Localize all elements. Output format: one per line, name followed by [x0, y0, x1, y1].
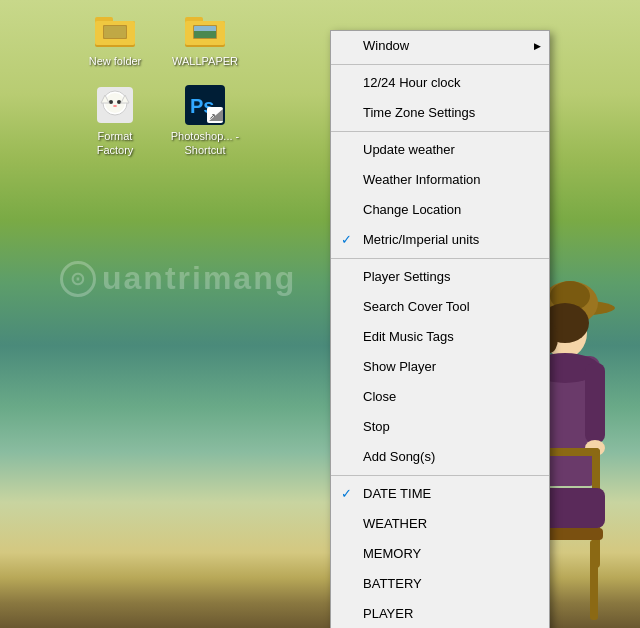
menu-item-weather[interactable]: WEATHER: [331, 509, 549, 539]
desktop: ⊙ uantrimang New folder: [0, 0, 640, 628]
menu-item-battery[interactable]: BATTERY: [331, 569, 549, 599]
menu-item-show-player[interactable]: Show Player: [331, 352, 549, 382]
menu-item-weather-label: WEATHER: [363, 513, 427, 535]
menu-item-time-zone-settings[interactable]: Time Zone Settings: [331, 98, 549, 128]
menu-item-add-songs-label: Add Song(s): [363, 446, 435, 468]
watermark-icon: ⊙: [60, 261, 96, 297]
menu-item-metric-label: Metric/Imperial units: [363, 229, 479, 251]
menu-item-close-player-label: Close: [363, 386, 396, 408]
desktop-icon-photoshop-label: Photoshop... - Shortcut: [170, 129, 240, 158]
menu-item-search-cover-tool[interactable]: Search Cover Tool: [331, 292, 549, 322]
menu-item-change-location-label: Change Location: [363, 199, 461, 221]
svg-point-16: [113, 105, 117, 107]
menu-item-weather-info-label: Weather Information: [363, 169, 481, 191]
menu-item-stop[interactable]: Stop: [331, 412, 549, 442]
menu-item-add-songs[interactable]: Add Song(s): [331, 442, 549, 472]
menu-item-metric-imperial[interactable]: Metric/Imperial units: [331, 225, 549, 255]
folder-icon-wallpaper: [185, 10, 225, 50]
menu-item-show-player-label: Show Player: [363, 356, 436, 378]
menu-separator-1: [331, 131, 549, 132]
svg-rect-42: [590, 540, 598, 620]
svg-rect-10: [194, 31, 216, 38]
desktop-icon-photoshop[interactable]: Ps ↗ Photoshop... - Shortcut: [170, 85, 240, 158]
menu-item-update-weather-label: Update weather: [363, 139, 455, 161]
folder-icon-new-folder: [95, 10, 135, 50]
svg-rect-33: [585, 363, 605, 443]
menu-item-12-24-hour-clock[interactable]: 12/24 Hour clock: [331, 68, 549, 98]
svg-text:↗: ↗: [209, 112, 216, 121]
menu-item-timezone-label: Time Zone Settings: [363, 102, 475, 124]
menu-item-change-location[interactable]: Change Location: [331, 195, 549, 225]
menu-item-edit-music-tags[interactable]: Edit Music Tags: [331, 322, 549, 352]
desktop-icon-wallpaper-label: WALLPAPER: [172, 54, 238, 68]
menu-item-edit-music-label: Edit Music Tags: [363, 326, 454, 348]
watermark-text: uantrimang: [102, 260, 296, 297]
menu-item-date-time[interactable]: DATE TIME: [331, 479, 549, 509]
menu-separator-0: [331, 64, 549, 65]
menu-separator-2: [331, 258, 549, 259]
watermark: ⊙ uantrimang: [60, 260, 296, 297]
desktop-icon-format-factory[interactable]: Format Factory: [80, 85, 150, 158]
desktop-icon-wallpaper[interactable]: WALLPAPER: [170, 10, 240, 68]
menu-item-date-time-label: DATE TIME: [363, 483, 431, 505]
menu-item-update-weather[interactable]: Update weather: [331, 135, 549, 165]
menu-item-player[interactable]: PLAYER: [331, 599, 549, 628]
menu-item-window[interactable]: Window: [331, 31, 549, 61]
menu-item-window-label: Window: [363, 35, 409, 57]
context-menu: Window 12/24 Hour clock Time Zone Settin…: [330, 30, 550, 628]
menu-item-search-cover-label: Search Cover Tool: [363, 296, 470, 318]
photoshop-icon: Ps ↗: [185, 85, 225, 125]
desktop-icon-new-folder-label: New folder: [89, 54, 142, 68]
menu-item-memory-label: MEMORY: [363, 543, 421, 565]
menu-item-12-24-label: 12/24 Hour clock: [363, 72, 461, 94]
menu-item-weather-information[interactable]: Weather Information: [331, 165, 549, 195]
menu-item-memory[interactable]: MEMORY: [331, 539, 549, 569]
menu-item-close-player[interactable]: Close: [331, 382, 549, 412]
menu-item-stop-label: Stop: [363, 416, 390, 438]
desktop-icon-new-folder[interactable]: New folder: [80, 10, 150, 68]
desktop-icon-format-factory-label: Format Factory: [80, 129, 150, 158]
desktop-icons-row2: Format Factory Ps ↗ Photoshop... - Short…: [80, 85, 240, 158]
menu-item-player-label: PLAYER: [363, 603, 413, 625]
menu-item-battery-label: BATTERY: [363, 573, 422, 595]
menu-item-player-settings-label: Player Settings: [363, 266, 450, 288]
svg-rect-4: [104, 26, 126, 38]
desktop-icons-row1: New folder WALLPAPER: [80, 10, 240, 68]
menu-separator-3: [331, 475, 549, 476]
format-factory-icon: [95, 85, 135, 125]
menu-item-player-settings[interactable]: Player Settings: [331, 262, 549, 292]
